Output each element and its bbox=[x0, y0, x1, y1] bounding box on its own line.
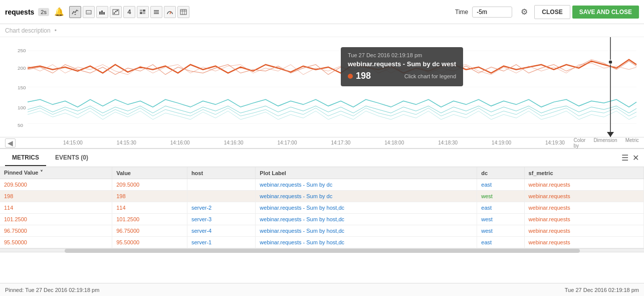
save-and-close-button[interactable]: SAVE AND CLOSE bbox=[572, 6, 639, 19]
svg-rect-4 bbox=[101, 11, 103, 15]
cell-plot-label: webinar.requests - Sum by host,dc bbox=[256, 237, 477, 248]
cell-plot-label: webinar.requests - Sum by host,dc bbox=[256, 214, 477, 225]
tab-events[interactable]: EVENTS (0) bbox=[48, 150, 95, 166]
svg-rect-19 bbox=[180, 10, 186, 15]
svg-point-9 bbox=[115, 11, 116, 12]
svg-rect-5 bbox=[103, 12, 105, 15]
bottom-panel: METRICS EVENTS (0) ☰ ✕ Pinned Value ˅ Va… bbox=[0, 149, 644, 252]
svg-rect-13 bbox=[140, 12, 142, 14]
chart-area[interactable]: 250 200 150 100 50 Tue 27 Dec 2016 02:19 bbox=[0, 37, 644, 137]
cell-sf-metric: webinar.requests bbox=[524, 237, 643, 248]
xaxis-label: 14:17:00 bbox=[278, 140, 297, 145]
cell-value: 209.5000 bbox=[112, 179, 187, 191]
svg-text:250: 250 bbox=[18, 48, 26, 53]
scatter-icon[interactable] bbox=[110, 6, 122, 18]
cell-sf-metric: webinar.requests bbox=[524, 202, 643, 214]
svg-text:50: 50 bbox=[18, 122, 24, 128]
cell-dc: west bbox=[477, 225, 524, 237]
settings-icon[interactable]: ⚙ bbox=[517, 5, 531, 19]
cell-dc: east bbox=[477, 202, 524, 214]
time-input[interactable] bbox=[472, 7, 512, 18]
list-icon[interactable] bbox=[150, 6, 162, 18]
number-icon[interactable]: 4 bbox=[123, 6, 135, 18]
svg-marker-0 bbox=[74, 14, 76, 15]
xaxis-label: 14:19:00 bbox=[492, 140, 511, 145]
svg-marker-34 bbox=[607, 132, 614, 137]
header-bar: requests 2s 🔔 4 Time ⚙ CLOS bbox=[0, 0, 644, 24]
cell-pinned: 96.75000 bbox=[0, 225, 112, 237]
cell-value: 198 bbox=[112, 191, 187, 202]
svg-rect-11 bbox=[140, 10, 142, 12]
gauge-icon[interactable] bbox=[164, 6, 176, 18]
xaxis-label: 14:18:30 bbox=[438, 140, 458, 145]
cell-host: server-1 bbox=[187, 237, 255, 248]
svg-rect-12 bbox=[143, 10, 145, 12]
cell-dc: west bbox=[477, 214, 524, 225]
chart-description-bar: Chart description • bbox=[0, 24, 644, 37]
metrics-table-wrapper: Pinned Value ˅ Value host Plot Label dc … bbox=[0, 167, 644, 248]
table-row[interactable]: 101.2500 101.2500 server-3 webinar.reque… bbox=[0, 214, 644, 225]
bar-chart-icon[interactable] bbox=[96, 6, 108, 18]
panel-close-icon[interactable]: ✕ bbox=[632, 153, 639, 163]
cell-host bbox=[187, 179, 255, 191]
xaxis-label: 14:15:30 bbox=[117, 140, 136, 145]
xaxis-label: 14:16:30 bbox=[224, 140, 244, 145]
cell-pinned: 95.50000 bbox=[0, 237, 112, 248]
svg-point-10 bbox=[116, 10, 118, 11]
table-row[interactable]: 209.5000 209.5000 webinar.requests - Sum… bbox=[0, 179, 644, 191]
area-chart-icon[interactable] bbox=[83, 6, 95, 18]
tabs-right: ☰ ✕ bbox=[621, 153, 639, 163]
dashboard-title: requests bbox=[5, 8, 34, 16]
horizontal-scrollbar[interactable] bbox=[0, 248, 644, 252]
col-header-value[interactable]: Value bbox=[112, 167, 187, 179]
cell-plot-label: webinar.requests - Sum by dc bbox=[256, 191, 477, 202]
current-time: Tue 27 Dec 2016 02:19:18 pm bbox=[565, 287, 639, 293]
col-header-sf-metric[interactable]: sf_metric bbox=[524, 167, 643, 179]
svg-text:150: 150 bbox=[18, 85, 26, 90]
left-nav-button[interactable]: ◀ bbox=[5, 138, 16, 147]
table-row[interactable]: 95.50000 95.50000 server-1 webinar.reque… bbox=[0, 237, 644, 248]
tabs-row: METRICS EVENTS (0) ☰ ✕ bbox=[0, 149, 644, 167]
line-chart-icon[interactable] bbox=[69, 6, 81, 18]
chart-description-text[interactable]: Chart description bbox=[5, 27, 51, 34]
pinned-time: Pinned: Tue 27 Dec 2016 02:19:18 pm bbox=[5, 287, 99, 293]
cell-host: server-3 bbox=[187, 214, 255, 225]
cell-host: server-4 bbox=[187, 225, 255, 237]
cell-plot-label: webinar.requests - Sum by host,dc bbox=[256, 202, 477, 214]
xaxis-label: 14:18:00 bbox=[384, 140, 404, 145]
col-header-dc[interactable]: dc bbox=[477, 167, 524, 179]
color-by-label: Color by bbox=[573, 137, 585, 149]
cell-sf-metric: webinar.requests bbox=[524, 214, 643, 225]
svg-rect-14 bbox=[143, 12, 145, 14]
cell-dc: east bbox=[477, 237, 524, 248]
chart-type-toolbar: 4 bbox=[69, 6, 189, 18]
col-header-host[interactable]: host bbox=[187, 167, 255, 179]
col-header-pinned[interactable]: Pinned Value ˅ bbox=[0, 167, 112, 179]
table-row[interactable]: 114 114 server-2 webinar.requests - Sum … bbox=[0, 202, 644, 214]
table-body: 209.5000 209.5000 webinar.requests - Sum… bbox=[0, 179, 644, 248]
svg-point-8 bbox=[113, 12, 115, 14]
col-header-plot-label[interactable]: Plot Label bbox=[256, 167, 477, 179]
tab-metrics[interactable]: METRICS bbox=[5, 150, 46, 166]
dimension-label: Dimension bbox=[593, 137, 617, 149]
table-row[interactable]: 96.75000 96.75000 server-4 webinar.reque… bbox=[0, 225, 644, 237]
xaxis-label: 14:17:30 bbox=[331, 140, 350, 145]
table-row[interactable]: 198 198 webinar.requests - Sum by dc wes… bbox=[0, 191, 644, 202]
table-icon[interactable] bbox=[177, 6, 189, 18]
close-button[interactable]: CLOSE bbox=[534, 5, 570, 19]
cell-value: 96.75000 bbox=[112, 225, 187, 237]
xaxis-label: 14:15:00 bbox=[63, 140, 83, 145]
refresh-badge[interactable]: 2s bbox=[38, 8, 49, 16]
svg-text:100: 100 bbox=[18, 105, 26, 110]
svg-text:200: 200 bbox=[18, 65, 26, 71]
hamburger-menu-icon[interactable]: ☰ bbox=[621, 153, 628, 163]
cell-sf-metric: webinar.requests bbox=[524, 179, 643, 191]
metric-col-label: Metric bbox=[625, 137, 639, 149]
cell-plot-label: webinar.requests - Sum by dc bbox=[256, 179, 477, 191]
scrollbar-thumb[interactable] bbox=[65, 249, 580, 253]
heatmap-icon[interactable] bbox=[137, 6, 149, 18]
cell-value: 114 bbox=[112, 202, 187, 214]
cell-value: 101.2500 bbox=[112, 214, 187, 225]
bell-icon[interactable]: 🔔 bbox=[54, 7, 64, 17]
svg-rect-2 bbox=[86, 12, 91, 14]
